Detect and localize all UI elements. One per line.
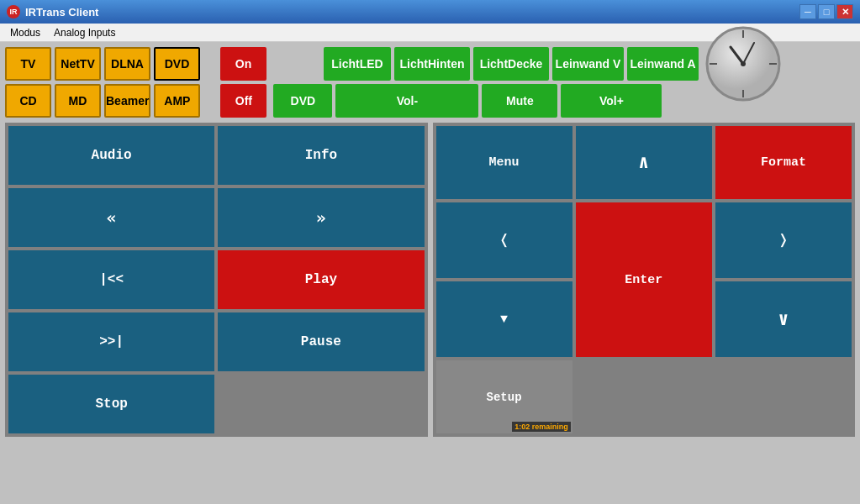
setup-button[interactable]: Setup 1:02 remaining (436, 360, 572, 433)
setup-label: Setup (487, 391, 522, 404)
power-on-button[interactable]: On (220, 47, 266, 81)
down-button[interactable]: ∨ (715, 281, 852, 357)
source-beamer-button[interactable]: Beamer (104, 84, 150, 118)
right-icon: ❭ (778, 229, 789, 252)
bottom-section: Audio Info « » |<< Play >>| Pause Stop M… (5, 123, 855, 437)
source-md-button[interactable]: MD (55, 84, 101, 118)
source-dvd-button[interactable]: DVD (154, 47, 200, 81)
mute-button[interactable]: Mute (482, 84, 557, 118)
lichthinten-button[interactable]: LichtHinten (394, 47, 470, 81)
title-bar: IR IRTrans Client ─ □ ✕ (0, 0, 860, 24)
source-dlna-button[interactable]: DLNA (104, 47, 150, 81)
forward-icon: » (316, 207, 326, 228)
audio-button[interactable]: Audio (8, 126, 214, 185)
app-title: IRTrans Client (25, 6, 98, 18)
up-button[interactable]: ∧ (576, 126, 712, 199)
up-icon: ∧ (638, 151, 649, 174)
info-button[interactable]: Info (218, 126, 424, 185)
left-button[interactable]: ❬ (436, 202, 572, 278)
play-button[interactable]: Play (218, 250, 424, 309)
source-row-1: TV NetTV DLNA DVD On LichtLED LichtHinte… (5, 47, 855, 81)
minimize-button[interactable]: ─ (799, 4, 816, 19)
right-panel: Menu ∧ Format ❬ Enter ❭ ▼ ∨ Setup 1:02 r… (433, 123, 856, 437)
menu-modus[interactable]: Modus (3, 25, 47, 40)
source-tv-button[interactable]: TV (5, 47, 51, 81)
down-icon: ∨ (778, 308, 789, 331)
return-button[interactable]: ▼ (436, 281, 572, 357)
right-button[interactable]: ❭ (715, 202, 852, 278)
source-amp-button[interactable]: AMP (154, 84, 200, 118)
close-button[interactable]: ✕ (836, 4, 853, 19)
leinwand-v-button[interactable]: Leinwand V (552, 47, 624, 81)
leinwand-a-button[interactable]: Leinwand A (627, 47, 699, 81)
left-icon: ❬ (499, 229, 509, 252)
power-off-button[interactable]: Off (220, 84, 266, 118)
rewind-button[interactable]: « (8, 188, 214, 247)
clock-area (705, 47, 781, 81)
title-left: IR IRTrans Client (7, 5, 98, 18)
main-content: TV NetTV DLNA DVD On LichtLED LichtHinte… (0, 42, 860, 504)
next-button[interactable]: >>| (8, 312, 214, 371)
source-nettv-button[interactable]: NetTV (55, 47, 101, 81)
dvd-button[interactable]: DVD (273, 84, 332, 118)
forward-button[interactable]: » (218, 188, 424, 247)
pause-button[interactable]: Pause (218, 312, 424, 371)
rewind-icon: « (107, 207, 117, 228)
vol-minus-button[interactable]: Vol- (335, 84, 478, 118)
svg-point-7 (741, 61, 746, 66)
enter-button[interactable]: Enter (576, 202, 712, 357)
menu-button[interactable]: Menu (436, 126, 572, 199)
format-button[interactable]: Format (715, 126, 852, 199)
app-icon: IR (7, 5, 20, 18)
stop-button[interactable]: Stop (8, 375, 214, 433)
clock-icon (705, 26, 781, 102)
lichtled-button[interactable]: LichtLED (324, 47, 391, 81)
source-cd-button[interactable]: CD (5, 84, 51, 118)
top-section: TV NetTV DLNA DVD On LichtLED LichtHinte… (5, 47, 855, 118)
vol-plus-button[interactable]: Vol+ (561, 84, 662, 118)
setup-timer: 1:02 remaining (512, 422, 571, 432)
maximize-button[interactable]: □ (818, 4, 835, 19)
left-panel: Audio Info « » |<< Play >>| Pause Stop (5, 123, 428, 437)
prev-button[interactable]: |<< (8, 250, 214, 309)
window-controls: ─ □ ✕ (799, 4, 853, 19)
lichtdecke-button[interactable]: LichtDecke (473, 47, 549, 81)
menu-analog-inputs[interactable]: Analog Inputs (47, 25, 122, 40)
